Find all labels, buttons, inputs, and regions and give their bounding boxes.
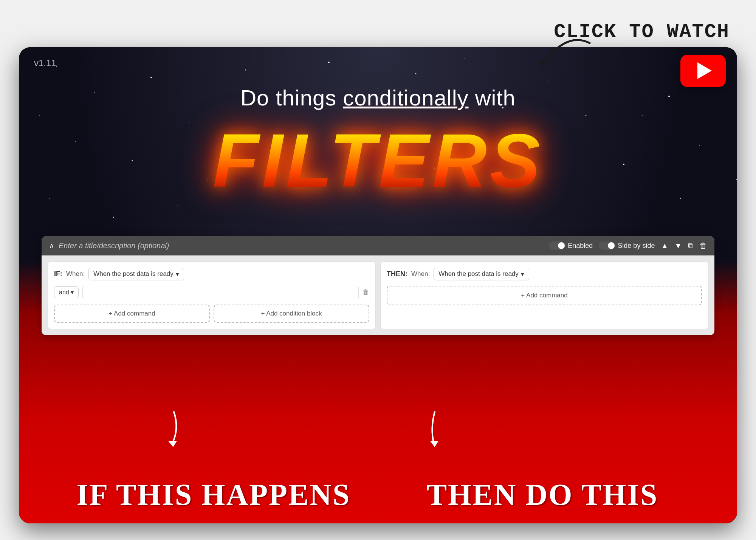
svg-point-29 (39, 115, 40, 116)
svg-marker-0 (539, 60, 548, 66)
svg-point-28 (177, 206, 178, 206)
svg-point-5 (245, 69, 246, 70)
svg-point-7 (328, 62, 330, 63)
youtube-button[interactable] (680, 55, 726, 87)
click-to-watch-section: CLICK TO WATCH (554, 21, 730, 43)
collapse-icon[interactable]: ∧ (49, 241, 54, 250)
main-title-text: Do things (240, 85, 343, 110)
condition-row: and ▾ 🗑 (54, 286, 369, 299)
if-when-label: When: (66, 270, 85, 278)
then-label: THEN: (387, 270, 407, 278)
then-when-value: When the post data is ready (438, 270, 519, 278)
main-card: v1.11 Do things conditionally with FILTE… (19, 47, 737, 523)
with-text: with (469, 85, 516, 110)
condition-input[interactable] (82, 286, 359, 299)
panel-header-left: ∧ Enter a title/description (optional) (49, 241, 169, 250)
then-when-dropdown[interactable]: When the post data is ready ▾ (434, 268, 529, 280)
enabled-toggle[interactable]: Enabled (549, 241, 593, 250)
then-section: THEN: When: When the post data is ready … (380, 261, 708, 329)
bottom-if-text: IF THIS HAPPENS (49, 478, 378, 512)
svg-point-10 (465, 58, 465, 59)
arrow-then-icon (420, 410, 450, 448)
side-by-side-label: Side by side (618, 242, 655, 250)
if-header: IF: When: When the post data is ready ▾ (54, 268, 369, 280)
svg-point-31 (642, 115, 643, 116)
version-badge: v1.11 (34, 58, 56, 68)
arrow-down-icon[interactable]: ▼ (674, 241, 682, 250)
copy-icon[interactable]: ⧉ (688, 241, 693, 250)
then-chevron-icon: ▾ (521, 270, 524, 278)
if-when-dropdown[interactable]: When the post data is ready ▾ (88, 268, 184, 280)
svg-point-27 (113, 217, 114, 218)
panel-title[interactable]: Enter a title/description (optional) (59, 241, 169, 250)
panel-body: IF: When: When the post data is ready ▾ … (42, 255, 714, 335)
then-when-label: When: (411, 270, 430, 278)
svg-marker-34 (430, 441, 438, 447)
svg-point-12 (548, 81, 548, 82)
and-chevron-icon: ▾ (71, 289, 74, 296)
then-add-command-button[interactable]: + Add command (387, 286, 702, 305)
if-action-buttons: + Add command + Add condition block (54, 305, 369, 323)
condition-delete-icon[interactable]: 🗑 (363, 288, 369, 296)
enabled-label: Enabled (568, 242, 593, 250)
enabled-switch[interactable] (549, 241, 565, 250)
and-text: and (59, 289, 69, 296)
svg-point-9 (415, 73, 417, 74)
svg-point-14 (635, 66, 635, 67)
add-command-button[interactable]: + Add command (54, 305, 210, 323)
svg-point-13 (586, 114, 587, 116)
and-badge[interactable]: and ▾ (54, 286, 79, 298)
arrow-if-icon (159, 410, 189, 448)
svg-point-3 (150, 77, 152, 78)
filters-text: FILTERS (213, 117, 543, 204)
svg-point-1 (56, 65, 57, 67)
side-by-side-switch[interactable] (599, 241, 615, 250)
conditionally-text: conditionally (343, 85, 468, 110)
if-when-value: When the post data is ready (93, 270, 174, 278)
panel-header-right: Enabled Side by side ▲ ▼ ⧉ 🗑 (549, 241, 707, 250)
youtube-play-icon (697, 62, 712, 79)
trash-icon[interactable]: 🗑 (699, 241, 707, 250)
panel-header: ∧ Enter a title/description (optional) E… (42, 236, 714, 255)
if-chevron-icon: ▾ (176, 270, 179, 278)
then-header: THEN: When: When the post data is ready … (387, 268, 702, 280)
bottom-labels: IF THIS HAPPENS THEN DO THIS (19, 478, 737, 512)
main-title: Do things conditionally with (19, 85, 737, 110)
add-condition-block-button[interactable]: + Add condition block (214, 305, 369, 323)
side-by-side-toggle[interactable]: Side by side (599, 241, 655, 250)
curved-arrow-icon (537, 39, 597, 70)
filters-section: FILTERS (19, 117, 737, 204)
bottom-then-text: THEN DO THIS (378, 478, 707, 512)
arrow-up-icon[interactable]: ▲ (661, 241, 668, 250)
filter-panel: ∧ Enter a title/description (optional) E… (42, 236, 714, 335)
enabled-knob (558, 242, 565, 249)
svg-marker-33 (168, 441, 177, 447)
if-label: IF: (54, 270, 62, 278)
side-by-side-knob (608, 242, 615, 249)
if-section: IF: When: When the post data is ready ▾ … (48, 261, 376, 329)
page-container: CLICK TO WATCH (19, 17, 737, 523)
